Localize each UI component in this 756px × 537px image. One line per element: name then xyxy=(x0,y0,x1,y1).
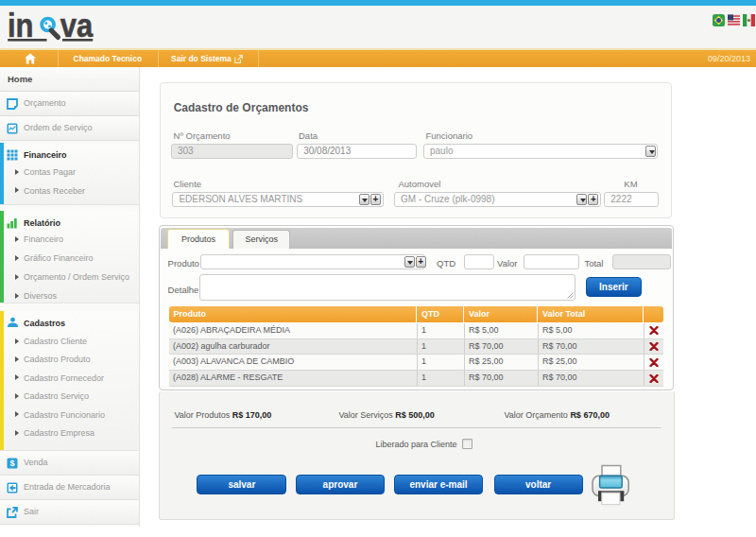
svg-text:va: va xyxy=(60,7,94,43)
svg-text:$: $ xyxy=(9,459,14,468)
svg-text:in: in xyxy=(8,7,34,43)
